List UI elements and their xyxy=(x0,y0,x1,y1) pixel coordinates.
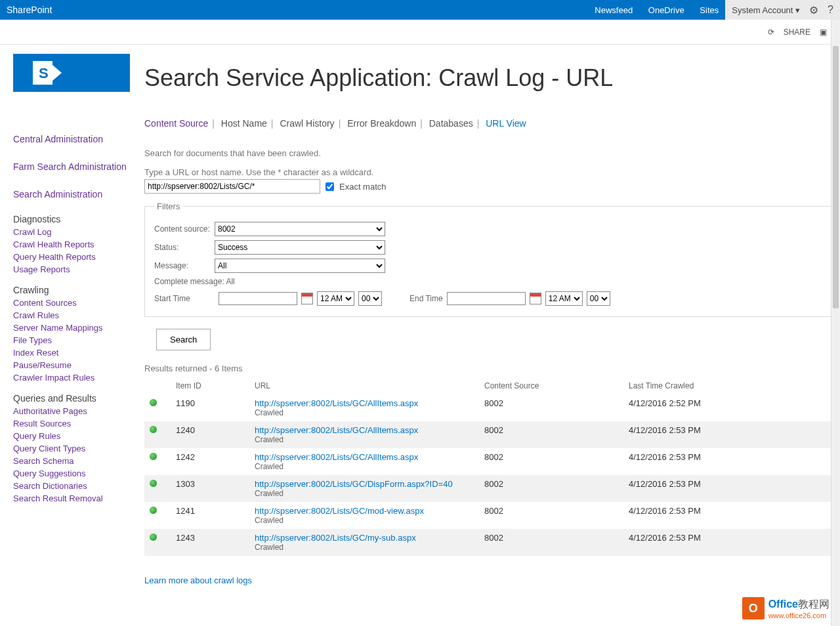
col-content-source: Content Source xyxy=(479,377,623,394)
sidebar-item[interactable]: Search Dictionaries xyxy=(13,480,131,492)
cell-item-id: 1190 xyxy=(171,394,249,421)
tab-error-breakdown[interactable]: Error Breakdown xyxy=(347,118,416,129)
gear-icon[interactable]: ⚙ xyxy=(809,4,818,16)
sidebar-item[interactable]: Result Sources xyxy=(13,417,131,430)
sidebar-item[interactable]: File Types xyxy=(13,334,131,346)
sidebar-item[interactable]: Usage Reports xyxy=(13,263,131,276)
nav-onedrive[interactable]: OneDrive xyxy=(642,5,691,15)
results-table: Item ID URL Content Source Last Time Cra… xyxy=(144,377,832,556)
suite-nav: Newsfeed OneDrive Sites xyxy=(588,5,725,15)
nav-newsfeed[interactable]: Newsfeed xyxy=(588,5,639,15)
exact-match-checkbox[interactable] xyxy=(326,182,334,191)
sync-icon[interactable]: ⟳ xyxy=(768,28,774,37)
cell-item-id: 1240 xyxy=(171,421,249,448)
result-url-link[interactable]: http://spserver:8002/Lists/GC/my-sub.asp… xyxy=(255,533,416,543)
cell-content-source: 8002 xyxy=(479,394,623,421)
sidebar-item[interactable]: Crawl Log xyxy=(13,226,131,238)
crawl-status-text: Crawled xyxy=(255,489,474,498)
tab-url-view[interactable]: URL View xyxy=(486,118,526,129)
share-button[interactable]: SHARE xyxy=(784,28,810,37)
status-label: Status: xyxy=(154,243,215,252)
result-url-link[interactable]: http://spserver:8002/Lists/GC/AllItems.a… xyxy=(255,425,418,435)
nav-search-admin[interactable]: Search Administration xyxy=(13,186,131,202)
sidebar-item[interactable]: Query Rules xyxy=(13,430,131,442)
sidebar-item[interactable]: Search Result Removal xyxy=(13,492,131,505)
tab-databases[interactable]: Databases xyxy=(429,118,473,129)
result-url-link[interactable]: http://spserver:8002/Lists/GC/AllItems.a… xyxy=(255,452,418,462)
svg-text:S: S xyxy=(39,65,49,81)
tab-crawl-history[interactable]: Crawl History xyxy=(280,118,334,129)
ribbon-bar: ⟳ SHARE ▣ xyxy=(0,20,840,45)
filters-fieldset: Filters Content source: 8002 Status: Suc… xyxy=(144,201,832,317)
sidebar-item[interactable]: Crawl Rules xyxy=(13,309,131,322)
result-url-link[interactable]: http://spserver:8002/Lists/GC/DispForm.a… xyxy=(255,479,453,489)
status-select[interactable]: Success xyxy=(215,240,385,255)
sidebar-item[interactable]: Server Name Mappings xyxy=(13,322,131,334)
end-min-select[interactable]: 00 xyxy=(587,291,610,306)
sidebar-item[interactable]: Crawler Impact Rules xyxy=(13,371,131,384)
calendar-icon[interactable] xyxy=(301,293,313,304)
crawl-status-text: Crawled xyxy=(255,435,474,444)
sidebar-item[interactable]: Query Client Types xyxy=(13,442,131,455)
sidebar-heading: Diagnostics xyxy=(13,214,131,224)
complete-message-value: All xyxy=(226,277,234,286)
sidebar-item[interactable]: Search Schema xyxy=(13,455,131,467)
sidebar-item[interactable]: Crawl Health Reports xyxy=(13,238,131,251)
url-input[interactable] xyxy=(144,179,320,194)
cell-item-id: 1243 xyxy=(171,529,249,556)
cell-content-source: 8002 xyxy=(479,421,623,448)
status-dot-icon xyxy=(150,533,157,541)
tab-host-name[interactable]: Host Name xyxy=(221,118,267,129)
sharepoint-logo[interactable]: S xyxy=(13,54,130,92)
cell-item-id: 1241 xyxy=(171,502,249,529)
nav-central-admin[interactable]: Central Administration xyxy=(13,131,131,147)
sidebar-item[interactable]: Authoritative Pages xyxy=(13,405,131,417)
complete-message-label: Complete message: xyxy=(154,277,224,286)
status-dot-icon xyxy=(150,426,157,433)
main-content: Search Service Application: Crawl Log - … xyxy=(131,45,832,585)
tab-content-source[interactable]: Content Source xyxy=(144,118,208,129)
nav-sites[interactable]: Sites xyxy=(693,5,725,15)
help-icon[interactable]: ? xyxy=(828,4,833,16)
cell-content-source: 8002 xyxy=(479,529,623,556)
result-url-link[interactable]: http://spserver:8002/Lists/GC/mod-view.a… xyxy=(255,506,424,516)
start-hour-select[interactable]: 12 AM xyxy=(317,291,354,306)
end-date-input[interactable] xyxy=(447,292,526,305)
crawl-status-text: Crawled xyxy=(255,408,474,417)
sidebar-item[interactable]: Pause/Resume xyxy=(13,359,131,371)
end-hour-select[interactable]: 12 AM xyxy=(545,291,583,306)
calendar-icon[interactable] xyxy=(530,293,541,304)
crawl-status-text: Crawled xyxy=(255,462,474,471)
crawl-status-text: Crawled xyxy=(255,516,474,525)
cell-content-source: 8002 xyxy=(479,475,623,502)
filters-legend: Filters xyxy=(154,201,182,211)
sidebar-item[interactable]: Content Sources xyxy=(13,297,131,309)
table-row: 1243http://spserver:8002/Lists/GC/my-sub… xyxy=(144,529,832,556)
vertical-scrollbar[interactable] xyxy=(831,20,840,585)
end-time-label: End Time xyxy=(410,294,443,303)
cell-last-crawled: 4/12/2016 2:53 PM xyxy=(623,421,832,448)
learn-more-link[interactable]: Learn more about crawl logs xyxy=(144,575,252,585)
cell-item-id: 1303 xyxy=(171,475,249,502)
sidebar-heading: Queries and Results xyxy=(13,393,131,404)
start-min-select[interactable]: 00 xyxy=(358,291,382,306)
table-row: 1240http://spserver:8002/Lists/GC/AllIte… xyxy=(144,421,832,448)
start-date-input[interactable] xyxy=(219,292,297,305)
sidebar-item[interactable]: Index Reset xyxy=(13,346,131,359)
suite-bar: SharePoint Newsfeed OneDrive Sites Syste… xyxy=(0,0,840,20)
result-url-link[interactable]: http://spserver:8002/Lists/GC/AllItems.a… xyxy=(255,398,418,408)
content-source-select[interactable]: 8002 xyxy=(215,222,385,236)
status-dot-icon xyxy=(150,480,157,487)
focus-icon[interactable]: ▣ xyxy=(820,28,827,37)
nav-farm-search[interactable]: Farm Search Administration xyxy=(13,159,131,175)
account-menu[interactable]: System Account ▾ xyxy=(732,5,800,15)
sidebar-item[interactable]: Query Suggestions xyxy=(13,467,131,480)
cell-content-source: 8002 xyxy=(479,502,623,529)
search-button[interactable]: Search xyxy=(156,329,211,350)
brand-label: SharePoint xyxy=(0,5,588,15)
sidebar-item[interactable]: Query Health Reports xyxy=(13,251,131,263)
message-select[interactable]: All xyxy=(215,259,385,273)
sidebar-heading: Crawling xyxy=(13,285,131,295)
instruction-text: Search for documents that have been craw… xyxy=(144,148,832,158)
cell-last-crawled: 4/12/2016 2:53 PM xyxy=(623,502,832,529)
